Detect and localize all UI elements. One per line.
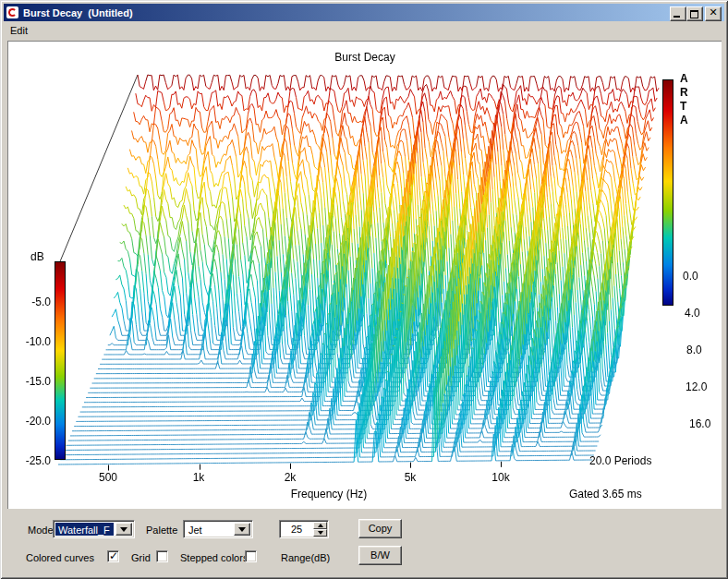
chevron-up-icon xyxy=(318,524,323,527)
grid-checkbox[interactable] xyxy=(156,550,168,562)
plot-panel: Burst Decay dB -5.0 -10.0 -15.0 -20.0 -2… xyxy=(7,41,722,509)
period-tick: 0.0 xyxy=(683,270,698,283)
mode-label: Mode xyxy=(28,525,54,536)
minimize-icon xyxy=(673,16,680,18)
db-tick: -5.0 xyxy=(10,296,51,308)
gated-label: Gated 3.65 ms xyxy=(569,488,642,501)
mode-dropdown-button[interactable] xyxy=(115,523,132,536)
palette-select[interactable]: Jet xyxy=(183,520,253,538)
grid-label: Grid xyxy=(131,552,151,563)
plot-title: Burst Decay xyxy=(8,51,722,64)
spin-up-button[interactable] xyxy=(313,522,327,529)
db-axis-label: dB xyxy=(30,250,44,263)
close-button[interactable]: ✕ xyxy=(705,6,722,21)
palette-dropdown-button[interactable] xyxy=(234,523,250,536)
mode-select[interactable]: Waterfall_F xyxy=(53,520,135,538)
chevron-down-icon xyxy=(238,527,246,532)
palette-value: Jet xyxy=(186,523,232,536)
bw-button[interactable]: B/W xyxy=(358,546,402,565)
freq-tick: 2k xyxy=(272,471,309,484)
freq-tick: 10k xyxy=(482,471,519,484)
waterfall-canvas xyxy=(8,42,722,509)
colored-curves-checkbox[interactable] xyxy=(107,550,119,562)
app-window: Burst Decay (Untitled) ✕ Edit Burst Deca… xyxy=(0,0,728,579)
db-tick: -10.0 xyxy=(10,335,51,348)
freq-tick: 500 xyxy=(90,471,127,484)
colored-curves-label: Colored curves xyxy=(26,552,94,563)
stepped-colors-label: Stepped colors xyxy=(180,552,248,563)
close-icon: ✕ xyxy=(709,6,717,18)
period-tick: 8.0 xyxy=(686,344,702,356)
chevron-down-icon xyxy=(318,531,323,535)
caption-buttons: ✕ xyxy=(670,6,722,21)
stepped-colors-checkbox[interactable] xyxy=(245,550,257,562)
watermark-letter: A xyxy=(680,72,688,85)
db-tick: -20.0 xyxy=(10,415,51,428)
spinner-buttons xyxy=(313,522,327,537)
chevron-down-icon xyxy=(120,527,127,532)
db-tick: -15.0 xyxy=(10,375,51,388)
menu-edit[interactable]: Edit xyxy=(4,22,34,38)
palette-label: Palette xyxy=(146,525,177,536)
period-axis-label: 20.0 Periods xyxy=(589,454,651,467)
window-title: Burst Decay (Untitled) xyxy=(23,7,133,18)
minimize-button[interactable] xyxy=(670,6,686,21)
mode-value: Waterfall_F xyxy=(55,523,114,536)
freq-tick: 5k xyxy=(392,471,429,484)
copy-button[interactable]: Copy xyxy=(358,519,402,538)
db-tick: -25.0 xyxy=(10,454,51,467)
period-tick: 12.0 xyxy=(686,380,707,393)
freq-tick: 1k xyxy=(180,471,217,484)
period-tick: 4.0 xyxy=(685,307,700,320)
range-db-label: Range(dB) xyxy=(281,552,330,563)
watermark-letter: R xyxy=(680,86,688,99)
range-spinner[interactable]: 25 xyxy=(279,520,329,538)
watermark-letter: A xyxy=(680,114,688,127)
spin-down-button[interactable] xyxy=(313,529,327,537)
range-value: 25 xyxy=(280,521,313,537)
menubar: Edit xyxy=(4,21,724,39)
maximize-icon xyxy=(690,10,698,18)
period-tick: 16.0 xyxy=(689,417,710,430)
maximize-button[interactable] xyxy=(686,6,703,21)
x-axis-label: Frequency (Hz) xyxy=(237,488,421,501)
titlebar[interactable]: Burst Decay (Untitled) ✕ xyxy=(4,4,724,21)
watermark-letter: T xyxy=(680,100,686,113)
app-icon[interactable] xyxy=(6,6,18,18)
